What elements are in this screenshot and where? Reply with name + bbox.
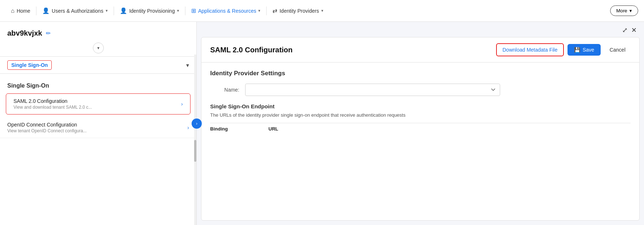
right-panel-header: SAML 2.0 Configuration Download Metadata… [201, 37, 639, 63]
save-button[interactable]: 💾 Save [568, 44, 601, 56]
save-disk-icon: 💾 [574, 47, 580, 53]
idp-settings-title: Identity Provider Settings [210, 70, 631, 77]
nav-divider-1 [36, 7, 36, 15]
openid-item-title: OpenID Connect Configuration [7, 122, 87, 128]
right-panel: › ⤢ ✕ SAML 2.0 Configuration Download Me… [197, 22, 644, 225]
name-form-row: Name: [210, 84, 631, 96]
cancel-button[interactable]: Cancel [604, 44, 631, 56]
name-label: Name: [210, 87, 239, 93]
edit-icon[interactable]: ✏ [46, 30, 51, 37]
nav-idp[interactable]: ⇄ Identity Providers ▾ [267, 0, 328, 21]
right-panel-actions: Download Metadata File 💾 Save Cancel [496, 43, 631, 56]
openid-item-desc: View tenant OpenID Connect configura... [7, 128, 87, 133]
saml-item-desc: View and download tenant SAML 2.0 c... [13, 105, 92, 110]
nav-divider-3 [185, 7, 185, 15]
section-collapse-icon[interactable]: ▾ [186, 62, 189, 69]
saml-item-title: SAML 2.0 Configuration [13, 98, 92, 104]
panel-heading: SAML 2.0 Configuration [210, 46, 292, 54]
download-metadata-button[interactable]: Download Metadata File [496, 43, 564, 56]
nav-users[interactable]: 👤 Users & Authorizations ▾ [37, 0, 113, 21]
left-scroll-thumb [194, 140, 196, 162]
collapse-button[interactable]: ▾ [93, 43, 104, 53]
expand-icon[interactable]: ⤢ [622, 26, 628, 34]
collapse-row: ▾ [0, 41, 196, 56]
tenant-title: abv9kvjxk [7, 29, 42, 37]
sso-endpoint-desc: The URLs of the identity provider single… [210, 112, 631, 118]
chevron-down-icon: ▾ [97, 45, 99, 51]
nav-more-button[interactable]: More ▾ [610, 5, 638, 16]
nav-home[interactable]: ⌂ Home [6, 0, 35, 21]
list-item[interactable]: OpenID Connect Configuration View tenant… [0, 117, 196, 138]
name-select[interactable] [245, 84, 500, 96]
list-item[interactable]: SAML 2.0 Configuration View and download… [6, 93, 191, 114]
right-panel-body: Identity Provider Settings Name: Single … [201, 63, 639, 142]
arrow-right-icon: › [196, 121, 197, 126]
saml-chevron-icon: › [181, 101, 183, 107]
nav-divider-4 [266, 7, 267, 15]
single-signon-label[interactable]: Single Sign-On [7, 60, 52, 70]
url-col-header: URL [268, 126, 312, 132]
users-chevron-icon: ▾ [106, 8, 108, 13]
section-header-row: Single Sign-On ▾ [0, 56, 196, 74]
nav-identity[interactable]: 👤 Identity Provisioning ▾ [115, 0, 184, 21]
menu-section-title: Single Sign-On [0, 80, 196, 93]
right-panel-topbar: ⤢ ✕ [197, 22, 644, 37]
sso-endpoint-title: Single Sign-On Endpoint [210, 103, 631, 109]
left-panel: abv9kvjxk ✏ ▾ Single Sign-On ▾ Single Si… [0, 22, 197, 225]
home-icon: ⌂ [11, 8, 15, 14]
idp-chevron-icon: ▾ [321, 8, 323, 13]
apps-chevron-icon: ▾ [258, 8, 260, 13]
left-panel-header: abv9kvjxk ✏ [0, 22, 196, 41]
close-icon[interactable]: ✕ [631, 26, 637, 34]
left-panel-body: Single Sign-On SAML 2.0 Configuration Vi… [0, 74, 196, 144]
more-chevron-icon: ▾ [629, 8, 632, 13]
apps-icon: ⊞ [191, 7, 196, 14]
menu-item-text-saml: SAML 2.0 Configuration View and download… [13, 98, 92, 110]
openid-chevron-icon: › [187, 125, 189, 130]
panel-expand-arrow[interactable]: › [192, 118, 202, 129]
users-icon: 👤 [42, 7, 50, 14]
menu-item-text-openid: OpenID Connect Configuration View tenant… [7, 122, 87, 133]
identity-chevron-icon: ▾ [177, 8, 179, 13]
left-scrollbar[interactable] [194, 55, 196, 225]
nav-divider-2 [114, 7, 114, 15]
idp-icon: ⇄ [272, 7, 277, 14]
table-header-row: Binding URL [210, 123, 631, 134]
right-panel-content: SAML 2.0 Configuration Download Metadata… [201, 37, 640, 221]
binding-col-header: Binding [210, 126, 254, 132]
top-navigation: ⌂ Home 👤 Users & Authorizations ▾ 👤 Iden… [0, 0, 644, 22]
main-layout: abv9kvjxk ✏ ▾ Single Sign-On ▾ Single Si… [0, 22, 644, 225]
identity-icon: 👤 [120, 7, 127, 14]
nav-apps[interactable]: ⊞ Applications & Resources ▾ [186, 0, 266, 21]
